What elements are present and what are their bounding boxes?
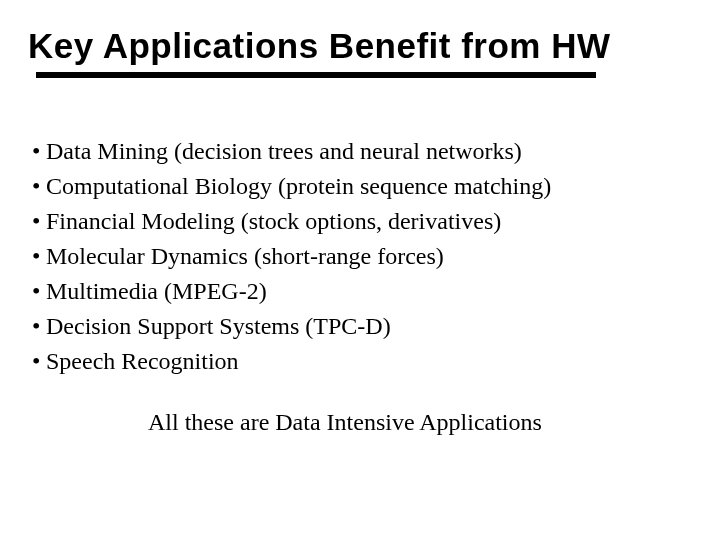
list-item: •Data Mining (decision trees and neural … bbox=[32, 134, 692, 169]
list-item: •Speech Recognition bbox=[32, 344, 692, 379]
title-underline bbox=[36, 72, 596, 78]
list-item: •Computational Biology (protein sequence… bbox=[32, 169, 692, 204]
bullet-text: Multimedia (MPEG-2) bbox=[46, 278, 267, 304]
slide: Key Applications Benefit from HW •Data M… bbox=[0, 0, 720, 540]
bullet-text: Data Mining (decision trees and neural n… bbox=[46, 138, 522, 164]
bullet-text: Decision Support Systems (TPC-D) bbox=[46, 313, 391, 339]
list-item: •Financial Modeling (stock options, deri… bbox=[32, 204, 692, 239]
bullet-text: Speech Recognition bbox=[46, 348, 239, 374]
slide-title: Key Applications Benefit from HW bbox=[28, 26, 692, 66]
bullet-text: Molecular Dynamics (short-range forces) bbox=[46, 243, 444, 269]
list-item: •Molecular Dynamics (short-range forces) bbox=[32, 239, 692, 274]
bullet-list: •Data Mining (decision trees and neural … bbox=[32, 134, 692, 379]
list-item: •Multimedia (MPEG-2) bbox=[32, 274, 692, 309]
bullet-text: Computational Biology (protein sequence … bbox=[46, 173, 551, 199]
list-item: •Decision Support Systems (TPC-D) bbox=[32, 309, 692, 344]
footer-text: All these are Data Intensive Application… bbox=[148, 409, 692, 436]
bullet-text: Financial Modeling (stock options, deriv… bbox=[46, 208, 501, 234]
